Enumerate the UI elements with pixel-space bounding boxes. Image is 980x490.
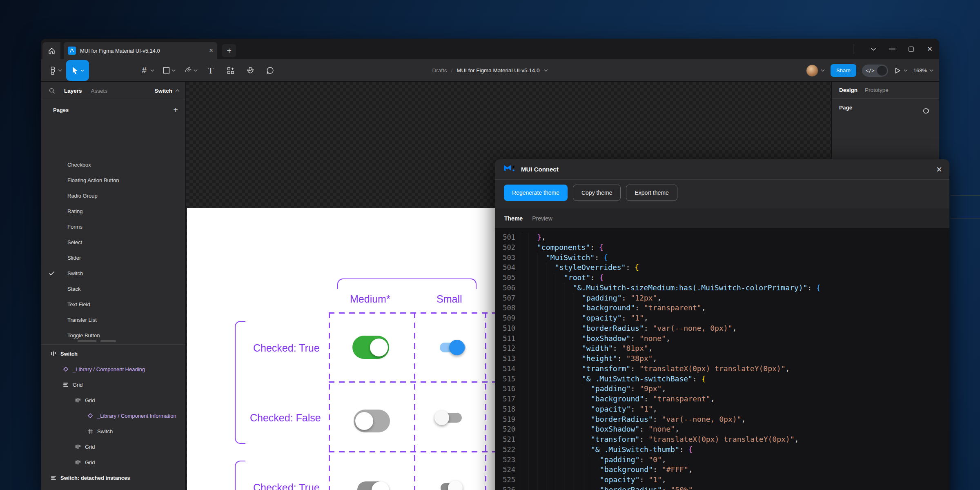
figma-window: MUI for Figma Material UI-v5.14.0 × + × xyxy=(41,39,939,490)
indent-guide xyxy=(546,354,555,364)
code-token: , xyxy=(662,384,666,394)
layer-item-switch-detached-instances[interactable]: Switch: detached instances xyxy=(41,470,185,486)
search-icon[interactable] xyxy=(49,88,55,94)
grid-line xyxy=(329,312,330,490)
zoom-menu[interactable]: 168% xyxy=(913,67,933,74)
indent-guide xyxy=(528,323,537,334)
tab-prototype[interactable]: Prototype xyxy=(865,87,889,93)
layer-item-switch[interactable]: Switch xyxy=(41,346,185,361)
tab-assets[interactable]: Assets xyxy=(91,88,108,94)
home-button[interactable] xyxy=(42,42,60,59)
page-item-floating-action-button[interactable]: Floating Action Button xyxy=(41,172,185,188)
tab-design[interactable]: Design xyxy=(839,87,858,93)
variable-modes-icon[interactable] xyxy=(922,107,930,115)
code-line-518: 518"opacity": "1", xyxy=(495,404,949,414)
page-item-forms[interactable]: Forms xyxy=(41,219,185,234)
indent-guide xyxy=(582,455,591,465)
code-token: , xyxy=(675,424,679,434)
indent-guide xyxy=(573,343,582,354)
theme-code-editor[interactable]: 501},502"components": {503"MuiSwitch": {… xyxy=(495,229,949,490)
indent-guide xyxy=(546,283,555,293)
line-number: 507 xyxy=(495,293,522,303)
copy-theme-button[interactable]: Copy theme xyxy=(573,185,621,201)
layer-item-grid[interactable]: Grid xyxy=(41,454,185,470)
code-token: , xyxy=(666,334,670,344)
columns-icon xyxy=(74,443,82,450)
layer-item-switch-notifications-control[interactable]: Switch: notifications control xyxy=(41,486,185,490)
account-menu[interactable] xyxy=(806,65,825,77)
close-tab-icon[interactable]: × xyxy=(209,47,213,55)
page-item-select[interactable]: Select xyxy=(41,234,185,250)
indent-guide xyxy=(555,323,564,334)
indent-guide xyxy=(555,384,564,394)
code-token: "background" xyxy=(591,394,644,404)
layer-item--library-component-heading[interactable]: _Library / Component Heading xyxy=(41,361,185,377)
dialog-close-button[interactable]: × xyxy=(936,165,942,174)
indent-guide xyxy=(528,364,537,374)
page-item-transfer-list[interactable]: Transfer List xyxy=(41,312,185,327)
page-item-stack[interactable]: Stack xyxy=(41,281,185,296)
regenerate-theme-button[interactable]: Regenerate theme xyxy=(504,185,568,201)
tab-layers[interactable]: Layers xyxy=(64,88,82,94)
indent-guide xyxy=(555,404,564,414)
code-line-514: 514"transform": "translateX(0px) transla… xyxy=(495,364,949,374)
page-item-text-field[interactable]: Text Field xyxy=(41,296,185,312)
breadcrumb-chevron-icon[interactable] xyxy=(544,69,548,72)
layer-item-grid[interactable]: Grid xyxy=(41,377,185,392)
layer-item--library-component-information[interactable]: _Library / Component Information xyxy=(41,408,185,423)
page-item-label: Select xyxy=(67,239,82,245)
line-number: 517 xyxy=(495,394,522,404)
minimize-button[interactable] xyxy=(883,39,902,59)
code-token: "12px" xyxy=(630,293,657,303)
tab-preview[interactable]: Preview xyxy=(532,215,552,222)
indent-guide xyxy=(537,283,546,293)
code-token: : xyxy=(653,465,662,475)
layer-item-label: Switch: detached instances xyxy=(60,475,130,481)
code-token: "opacity" xyxy=(582,313,622,323)
indent-guide xyxy=(591,455,600,465)
code-token: , xyxy=(702,303,706,313)
close-window-button[interactable]: × xyxy=(920,39,939,59)
layer-item-label: _Library / Component Information xyxy=(97,413,176,419)
page-item-label: Stack xyxy=(67,286,81,292)
layer-item-grid[interactable]: Grid xyxy=(41,439,185,454)
present-button[interactable] xyxy=(894,67,908,74)
page-selector[interactable]: Switch xyxy=(154,88,180,94)
share-button[interactable]: Share xyxy=(831,64,856,77)
page-item-slider[interactable]: Slider xyxy=(41,250,185,265)
tab-theme[interactable]: Theme xyxy=(504,215,523,222)
code-token: "var(--none, 0px)" xyxy=(653,323,732,334)
page-item-rating[interactable]: Rating xyxy=(41,203,185,219)
code-token: , xyxy=(653,404,657,414)
breadcrumb-file-name[interactable]: MUI for Figma Material UI-v5.14.0 xyxy=(457,67,539,74)
layer-item-switch[interactable]: Switch xyxy=(41,423,185,439)
document-tab[interactable]: MUI for Figma Material UI-v5.14.0 × xyxy=(64,42,217,59)
breadcrumb-folder[interactable]: Drafts xyxy=(432,67,447,74)
code-token: "padding" xyxy=(600,455,640,465)
layer-item-grid[interactable]: Grid xyxy=(41,392,185,408)
indent-guide xyxy=(573,374,582,384)
code-token: , xyxy=(662,455,666,465)
code-token: , xyxy=(710,394,715,404)
page-item-checkbox[interactable]: Checkbox xyxy=(41,157,185,172)
grid-line xyxy=(485,312,486,490)
new-tab-button[interactable]: + xyxy=(222,44,236,57)
indent-guide xyxy=(528,273,537,283)
account-chevron-icon xyxy=(821,69,825,72)
line-number: 502 xyxy=(495,243,522,253)
indent-guide xyxy=(573,354,582,364)
maximize-button[interactable] xyxy=(902,39,920,59)
indent-guide xyxy=(528,404,537,414)
export-theme-button[interactable]: Export theme xyxy=(626,185,677,201)
page-item-radio-group[interactable]: Radio Group xyxy=(41,188,185,203)
indent-guide xyxy=(564,434,573,445)
clipped-layer-text xyxy=(100,340,116,342)
add-page-button[interactable]: + xyxy=(173,105,178,115)
page-item-switch[interactable]: Switch xyxy=(41,265,185,281)
dev-mode-toggle[interactable]: </> xyxy=(862,65,888,77)
toolbar-right-cluster: Share </> 168% xyxy=(806,59,933,82)
indent-guide xyxy=(528,293,537,303)
hide-ui-button[interactable] xyxy=(864,39,883,59)
rows-icon xyxy=(62,381,69,388)
code-line-510: 510"borderRadius": "var(--none, 0px)", xyxy=(495,323,949,334)
